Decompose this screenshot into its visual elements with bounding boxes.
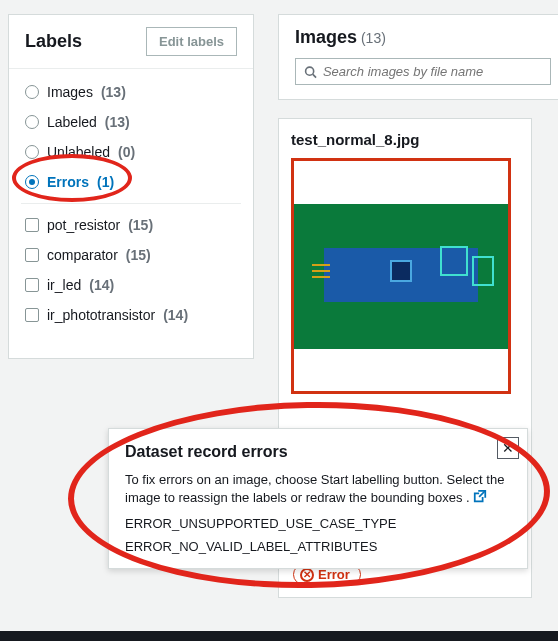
edit-labels-button[interactable]: Edit labels [146, 27, 237, 56]
search-box[interactable] [295, 58, 551, 85]
filter-count: (13) [101, 84, 126, 100]
label-ir-led[interactable]: ir_led (14) [9, 270, 253, 300]
labels-header: Labels Edit labels [9, 15, 253, 69]
pcb-pins [312, 264, 332, 284]
error-code: ERROR_UNSUPPORTED_USE_CASE_TYPE [125, 516, 511, 531]
filter-images[interactable]: Images (13) [9, 77, 253, 107]
label-text: comparator [47, 247, 118, 263]
radio-icon [25, 175, 39, 189]
close-button[interactable]: ✕ [497, 437, 519, 459]
image-thumbnail-frame [291, 158, 511, 394]
dataset-errors-popover: ✕ Dataset record errors To fix errors on… [108, 428, 528, 569]
bounding-box [472, 256, 494, 286]
divider [21, 203, 241, 204]
radio-icon [25, 115, 39, 129]
checkbox-icon [25, 218, 39, 232]
filter-unlabeled[interactable]: Unlabeled (0) [9, 137, 253, 167]
filter-labeled[interactable]: Labeled (13) [9, 107, 253, 137]
label-count: (14) [163, 307, 188, 323]
label-ir-phototransistor[interactable]: ir_phototransistor (14) [9, 300, 253, 330]
label-count: (15) [128, 217, 153, 233]
filter-count: (0) [118, 144, 135, 160]
filter-count: (13) [105, 114, 130, 130]
filter-count: (1) [97, 174, 114, 190]
filter-label: Errors [47, 174, 89, 190]
images-panel: Images (13) [278, 14, 558, 100]
popover-description: To fix errors on an image, choose Start … [125, 471, 511, 508]
svg-point-0 [306, 67, 314, 75]
label-count: (15) [126, 247, 151, 263]
filter-errors[interactable]: Errors (1) [9, 167, 253, 197]
radio-icon [25, 145, 39, 159]
filter-label: Unlabeled [47, 144, 110, 160]
label-pot-resistor[interactable]: pot_resistor (15) [9, 210, 253, 240]
filter-label: Labeled [47, 114, 97, 130]
svg-line-1 [313, 74, 316, 77]
label-text: ir_phototransistor [47, 307, 155, 323]
label-count: (14) [89, 277, 114, 293]
pcb-chip [390, 260, 412, 282]
search-input[interactable] [323, 64, 542, 79]
images-header: Images (13) [295, 27, 551, 48]
image-thumbnail [294, 204, 508, 349]
label-comparator[interactable]: comparator (15) [9, 240, 253, 270]
error-code: ERROR_NO_VALID_LABEL_ATTRIBUTES [125, 539, 511, 554]
popover-title: Dataset record errors [125, 443, 511, 461]
bounding-box [440, 246, 468, 276]
checkbox-icon [25, 248, 39, 262]
close-icon: ✕ [502, 440, 514, 456]
image-file-name: test_normal_8.jpg [291, 131, 519, 148]
labels-list: Images (13) Labeled (13) Unlabeled (0) E… [9, 69, 253, 338]
search-icon [304, 65, 317, 79]
labels-panel: Labels Edit labels Images (13) Labeled (… [8, 14, 254, 359]
label-text: ir_led [47, 277, 81, 293]
images-count: (13) [361, 30, 386, 46]
images-title: Images [295, 27, 357, 47]
checkbox-icon [25, 278, 39, 292]
labels-title: Labels [25, 31, 82, 52]
checkbox-icon [25, 308, 39, 322]
label-text: pot_resistor [47, 217, 120, 233]
error-icon: ✕ [300, 568, 314, 582]
popover-desc-text: To fix errors on an image, choose Start … [125, 472, 504, 505]
bottom-bar [0, 631, 558, 641]
external-link-icon[interactable] [473, 489, 487, 508]
filter-label: Images [47, 84, 93, 100]
radio-icon [25, 85, 39, 99]
